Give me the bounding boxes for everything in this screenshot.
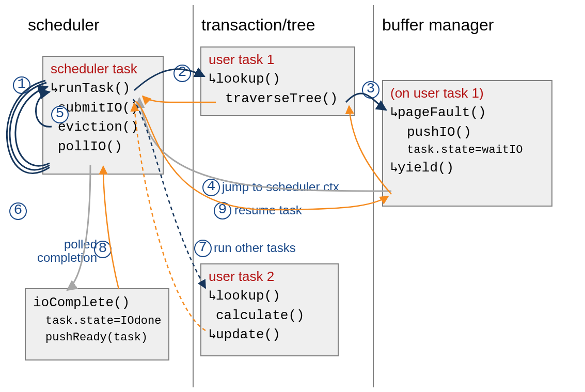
- connectors-layer: [0, 0, 585, 392]
